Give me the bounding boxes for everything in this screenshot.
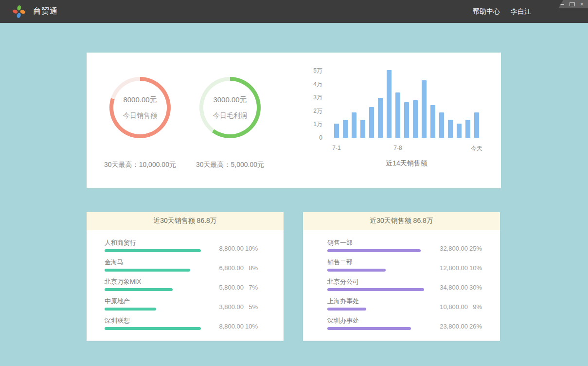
rank-list-item: 金海马 6,800.00 8% xyxy=(105,259,258,272)
today-profit-gauge: 3000.00元 今日毛利润 30天最高：5,000.00元 xyxy=(177,77,284,169)
department-rank-title: 近30天销售额 86.8万 xyxy=(303,212,500,230)
rank-item-percent: 8% xyxy=(244,264,258,272)
today-profit-30day-max: 30天最高：5,000.00元 xyxy=(177,161,284,169)
daily-sales-bar[interactable] xyxy=(334,124,339,138)
today-sales-donut-center: 8000.00元 今日销售额 xyxy=(113,81,167,134)
rank-item-bar xyxy=(105,308,156,311)
rank-item-bar xyxy=(105,269,190,272)
daily-sales-bar[interactable] xyxy=(474,112,479,138)
daily-sales-bar[interactable] xyxy=(343,120,348,138)
rank-list-item: 销售二部 12,800.00 10% xyxy=(327,259,482,272)
bar-plot-area xyxy=(334,70,480,138)
rank-item-amount: 34,800.00 xyxy=(434,284,468,291)
rank-item-percent: 10% xyxy=(244,323,258,330)
today-profit-label: 今日毛利润 xyxy=(213,111,247,120)
rank-item-name: 北京万象MIX xyxy=(105,278,210,285)
maximize-icon xyxy=(570,2,575,6)
x-tick-label: 7-8 xyxy=(393,145,402,151)
daily-sales-bar[interactable] xyxy=(360,120,365,138)
rank-item-percent: 25% xyxy=(468,245,482,252)
rank-list-item: 上海办事处 10,800.00 9% xyxy=(327,298,482,311)
daily-sales-bar[interactable] xyxy=(387,70,392,138)
rank-item-name: 深圳办事处 xyxy=(327,317,434,324)
rank-item-amount: 23,800.00 xyxy=(434,323,468,330)
minimize-icon xyxy=(560,4,564,5)
bar-chart-title: 近14天销售额 xyxy=(334,159,479,168)
daily-sales-bar[interactable] xyxy=(465,120,470,138)
y-tick-label: 3万 xyxy=(313,94,322,101)
y-axis: 5万4万3万2万1万0 xyxy=(296,67,322,141)
department-sales-rank-panel: 近30天销售额 86.8万 销售一部 32,800.00 25% 销售二部 12… xyxy=(303,212,500,341)
user-menu[interactable]: 李白江 xyxy=(511,7,531,16)
y-tick-label: 5万 xyxy=(313,67,322,74)
daily-sales-bar[interactable] xyxy=(448,120,453,138)
rank-item-amount: 6,800.00 xyxy=(210,264,244,272)
rank-item-name: 中原地产 xyxy=(105,298,210,305)
rank-item-name: 销售一部 xyxy=(327,239,434,246)
rank-list-item: 深圳联想 8,800.00 10% xyxy=(105,317,258,330)
rank-item-name: 深圳联想 xyxy=(105,317,210,324)
daily-sales-bar[interactable] xyxy=(457,124,462,138)
rank-item-percent: 5% xyxy=(244,303,258,311)
minimize-button[interactable] xyxy=(560,4,564,5)
rank-list-item: 深圳办事处 23,800.00 26% xyxy=(327,317,482,330)
daily-sales-bar[interactable] xyxy=(439,112,444,138)
daily-sales-bar[interactable] xyxy=(352,112,356,138)
rank-item-percent: 7% xyxy=(244,284,258,291)
rank-item-amount: 8,800.00 xyxy=(210,323,244,330)
rank-item-bar xyxy=(327,327,411,330)
rank-list-item: 北京分公司 34,800.00 30% xyxy=(327,278,482,291)
rank-item-amount: 32,800.00 xyxy=(434,245,468,252)
y-tick-label: 1万 xyxy=(313,121,322,128)
rank-item-percent: 30% xyxy=(468,284,482,291)
rank-list-item: 中原地产 3,800.00 5% xyxy=(105,298,258,311)
today-sales-value: 8000.00元 xyxy=(123,95,157,105)
today-profit-donut-chart: 3000.00元 今日毛利润 xyxy=(199,77,261,138)
rank-item-percent: 10% xyxy=(244,245,258,252)
close-icon: × xyxy=(580,2,584,7)
today-sales-label: 今日销售额 xyxy=(123,111,157,120)
rank-item-bar xyxy=(105,327,201,330)
x-tick-label: 今天 xyxy=(471,145,482,153)
app-logo-pinwheel-icon xyxy=(12,4,26,19)
rank-item-percent: 10% xyxy=(468,264,482,272)
customer-rank-title: 近30天销售额 86.8万 xyxy=(87,212,284,230)
department-rank-list: 销售一部 32,800.00 25% 销售二部 12,800.00 10% 北京… xyxy=(303,230,500,330)
rank-item-bar xyxy=(327,249,421,252)
rank-item-amount: 12,800.00 xyxy=(434,264,468,272)
rank-list-item: 人和商贸行 8,800.00 10% xyxy=(105,239,258,252)
maximize-button[interactable] xyxy=(570,2,575,6)
daily-sales-bar[interactable] xyxy=(378,98,383,138)
window-controls: × xyxy=(557,0,588,8)
rank-item-amount: 8,800.00 xyxy=(210,245,244,252)
rank-item-name: 人和商贸行 xyxy=(105,239,210,246)
rank-item-amount: 10,800.00 xyxy=(434,303,468,311)
rank-item-name: 上海办事处 xyxy=(327,298,434,305)
daily-sales-bar[interactable] xyxy=(404,102,409,138)
customer-sales-rank-panel: 近30天销售额 86.8万 人和商贸行 8,800.00 10% 金海马 6,8… xyxy=(87,212,284,341)
y-tick-label: 2万 xyxy=(313,108,322,114)
y-tick-label: 4万 xyxy=(313,81,322,88)
today-sales-donut-chart: 8000.00元 今日销售额 xyxy=(109,77,171,138)
titlebar-menu: 帮助中心 李白江 xyxy=(473,0,531,23)
daily-sales-bar[interactable] xyxy=(430,105,435,138)
titlebar: 商贸通 帮助中心 李白江 × xyxy=(0,0,588,23)
rank-item-bar xyxy=(105,249,201,252)
daily-sales-bar[interactable] xyxy=(395,92,400,138)
rank-item-bar xyxy=(327,288,424,291)
daily-sales-bar[interactable] xyxy=(369,107,374,138)
today-profit-donut-center: 3000.00元 今日毛利润 xyxy=(203,81,257,134)
rank-list-item: 北京万象MIX 5,800.00 7% xyxy=(105,278,258,291)
daily-sales-bar[interactable] xyxy=(413,100,418,138)
rank-item-name: 金海马 xyxy=(105,259,210,266)
x-tick-label: 7-1 xyxy=(332,145,340,151)
customer-rank-list: 人和商贸行 8,800.00 10% 金海马 6,800.00 8% 北京万象M… xyxy=(87,230,284,330)
help-center-link[interactable]: 帮助中心 xyxy=(473,7,500,16)
daily-sales-bar[interactable] xyxy=(422,80,427,138)
rank-item-bar xyxy=(327,308,366,311)
close-button[interactable]: × xyxy=(580,2,584,7)
rank-item-bar xyxy=(105,288,173,291)
dashboard-summary-panel: 8000.00元 今日销售额 30天最高：10,000.00元 3000.00元… xyxy=(87,53,501,188)
y-tick-label: 0 xyxy=(319,134,322,141)
rank-item-bar xyxy=(327,269,386,272)
